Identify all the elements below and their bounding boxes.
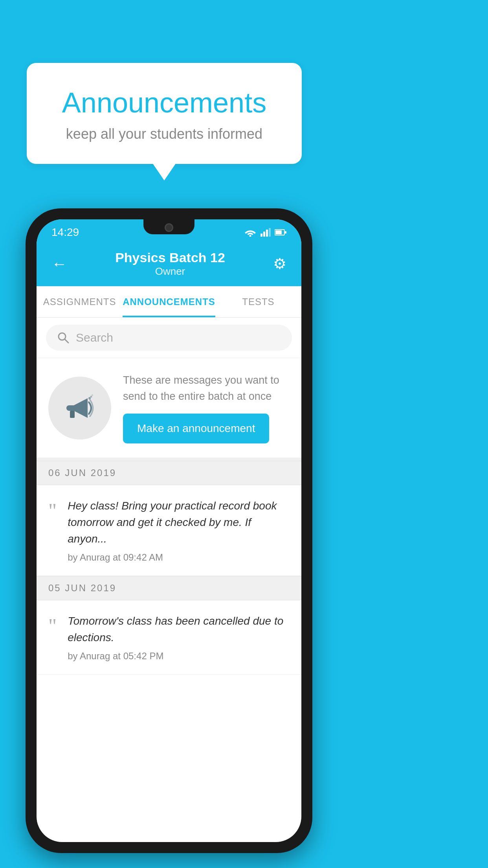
announcement-promo: These are messages you want to send to t… — [37, 358, 301, 461]
speech-bubble-subtitle: keep all your students informed — [46, 126, 282, 142]
promo-icon-circle — [48, 377, 111, 440]
svg-rect-3 — [266, 230, 268, 237]
speech-bubble-wrapper: Announcements keep all your students inf… — [27, 63, 302, 164]
quote-icon-2: " — [48, 616, 57, 636]
announcement-text-2: Tomorrow's class has been cancelled due … — [68, 613, 290, 646]
svg-point-11 — [88, 397, 91, 399]
announcement-meta-1: by Anurag at 09:42 AM — [68, 552, 290, 563]
notch-camera — [165, 223, 173, 232]
battery-icon — [275, 229, 286, 236]
promo-description: These are messages you want to send to t… — [123, 372, 290, 404]
date-separator-2: 05 JUN 2019 — [37, 576, 301, 600]
svg-rect-2 — [263, 232, 265, 237]
gear-icon[interactable]: ⚙ — [273, 255, 286, 272]
phone-frame: 14:29 — [26, 208, 312, 853]
svg-point-12 — [90, 395, 92, 397]
svg-rect-6 — [275, 230, 282, 234]
status-time: 14:29 — [51, 226, 79, 239]
search-container: Search — [37, 318, 301, 358]
quote-icon-1: " — [48, 501, 57, 521]
app-header: ← Physics Batch 12 Owner ⚙ — [37, 242, 301, 286]
speech-bubble: Announcements keep all your students inf… — [27, 63, 302, 164]
svg-point-13 — [92, 394, 93, 396]
promo-content: These are messages you want to send to t… — [123, 372, 290, 443]
search-placeholder: Search — [76, 331, 113, 344]
search-bar[interactable]: Search — [46, 325, 292, 351]
phone-screen: 14:29 — [37, 219, 301, 842]
status-icons — [244, 228, 286, 237]
signal-icon — [261, 228, 271, 237]
announcement-item-2: " Tomorrow's class has been cancelled du… — [37, 600, 301, 675]
svg-rect-10 — [70, 411, 75, 418]
announcement-meta-2: by Anurag at 05:42 PM — [68, 651, 290, 662]
speech-bubble-title: Announcements — [46, 86, 282, 119]
announcement-content-2: Tomorrow's class has been cancelled due … — [68, 613, 290, 662]
wifi-icon — [244, 228, 257, 237]
make-announcement-button[interactable]: Make an announcement — [123, 414, 269, 443]
svg-rect-4 — [269, 228, 271, 237]
header-title: Physics Batch 12 — [115, 250, 225, 265]
search-icon — [57, 331, 70, 344]
tabs-bar: ASSIGNMENTS ANNOUNCEMENTS TESTS — [37, 286, 301, 318]
tab-assignments[interactable]: ASSIGNMENTS — [37, 286, 123, 317]
header-center: Physics Batch 12 Owner — [115, 250, 225, 278]
back-button[interactable]: ← — [51, 255, 67, 273]
megaphone-icon — [62, 390, 97, 426]
svg-rect-7 — [285, 231, 286, 234]
date-separator-1: 06 JUN 2019 — [37, 461, 301, 485]
svg-point-0 — [250, 235, 251, 237]
svg-line-9 — [65, 339, 69, 343]
header-subtitle: Owner — [115, 265, 225, 278]
announcement-item-1: " Hey class! Bring your practical record… — [37, 485, 301, 576]
tab-announcements[interactable]: ANNOUNCEMENTS — [123, 286, 215, 317]
tab-tests[interactable]: TESTS — [215, 286, 301, 317]
svg-rect-1 — [261, 234, 262, 237]
phone-notch — [143, 219, 194, 234]
phone-wrapper: 14:29 — [26, 208, 312, 853]
announcement-content-1: Hey class! Bring your practical record b… — [68, 498, 290, 563]
announcement-text-1: Hey class! Bring your practical record b… — [68, 498, 290, 547]
